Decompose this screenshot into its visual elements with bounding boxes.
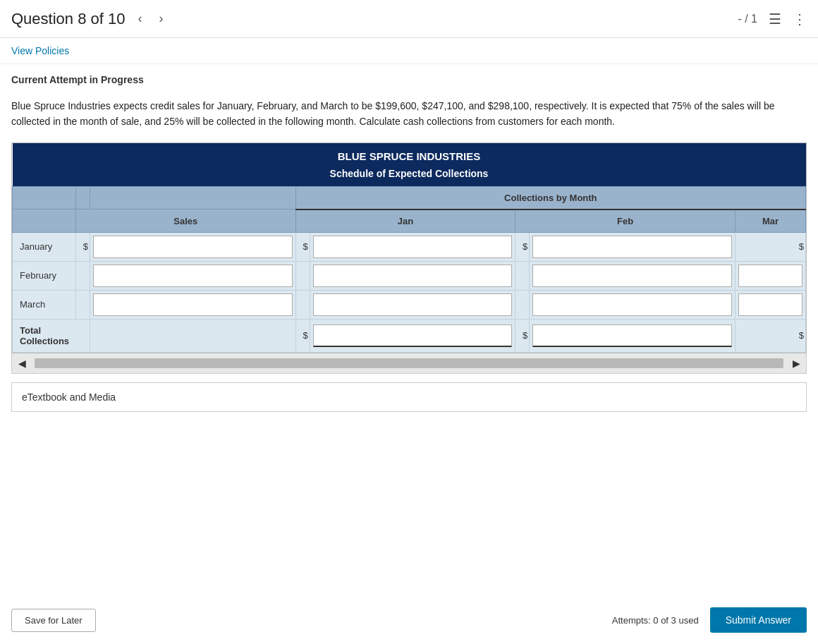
footer-right: Attempts: 0 of 3 used Submit Answer [612, 607, 807, 633]
empty-top-left-1 [13, 186, 76, 209]
row-label-march: March [13, 290, 76, 319]
collections-table: BLUE SPRUCE INDUSTRIES Schedule of Expec… [12, 143, 806, 353]
row-label-february: February [13, 261, 76, 290]
row-dollar-jan-mar: $ [735, 232, 806, 261]
input-total-feb[interactable] [532, 324, 732, 347]
input-mar-jan[interactable] [313, 293, 513, 316]
row-input-total-feb[interactable] [530, 319, 735, 352]
row-dollar-feb-feb [515, 261, 530, 290]
input-jan-feb[interactable] [532, 236, 732, 258]
scroll-left-arrow[interactable]: ◀ [12, 358, 32, 369]
row-input-jan-feb[interactable] [530, 232, 735, 261]
empty-top-left-2 [76, 186, 90, 209]
input-jan-jan[interactable] [313, 236, 513, 258]
next-arrow-button[interactable]: › [154, 8, 167, 29]
footer: Save for Later Attempts: 0 of 3 used Sub… [0, 596, 818, 644]
input-mar-mar[interactable] [738, 293, 802, 316]
row-label-january: January [13, 232, 76, 261]
input-feb-sales[interactable] [93, 265, 293, 287]
total-dollar-jan: $ [295, 319, 310, 352]
sales-col-header: Sales [76, 209, 296, 233]
row-input-mar-mar[interactable] [735, 290, 806, 319]
row-input-mar-feb[interactable] [530, 290, 735, 319]
input-feb-mar[interactable] [738, 265, 802, 287]
row-dollar-mar-feb [515, 290, 530, 319]
row-dollar-jan-feb: $ [515, 232, 530, 261]
row-input-mar-sales[interactable] [90, 290, 296, 319]
row-input-total-spacer [90, 319, 296, 352]
submit-answer-button[interactable]: Submit Answer [710, 607, 807, 633]
table-row-january: January $ $ $ $ [13, 232, 806, 261]
row-dollar-feb-jan [295, 261, 310, 290]
etextbook-label: eTextbook and Media [22, 391, 116, 403]
total-dollar-mar: $ [735, 319, 806, 352]
mar-col-header: Mar [735, 209, 806, 233]
row-input-mar-jan[interactable] [310, 290, 515, 319]
row-dollar-jan-sales: $ [76, 232, 90, 261]
view-policies-link[interactable]: View Policies [11, 45, 69, 56]
input-jan-sales[interactable] [93, 236, 293, 258]
view-policies-bar: View Policies [0, 38, 818, 64]
row-input-jan-sales[interactable] [90, 232, 296, 261]
table-row-february: February [13, 261, 806, 290]
table-row-march: March [13, 290, 806, 319]
row-input-feb-jan[interactable] [310, 261, 515, 290]
save-later-button[interactable]: Save for Later [11, 609, 96, 632]
row-dollar-jan-jan: $ [295, 232, 310, 261]
collections-header: Collections by Month [295, 186, 805, 209]
table-scroll[interactable]: BLUE SPRUCE INDUSTRIES Schedule of Expec… [12, 143, 806, 353]
header-left: Question 8 of 10 ‹ › [11, 8, 167, 29]
horizontal-scrollbar[interactable]: ◀ ▶ [11, 353, 807, 374]
empty-col1 [13, 209, 76, 233]
input-total-jan[interactable] [313, 324, 513, 347]
table-container: BLUE SPRUCE INDUSTRIES Schedule of Expec… [11, 142, 807, 353]
row-input-feb-mar[interactable] [735, 261, 806, 290]
question-text: Blue Spruce Industries expects credit sa… [0, 90, 818, 142]
scroll-right-arrow[interactable]: ▶ [786, 358, 806, 369]
row-input-feb-feb[interactable] [530, 261, 735, 290]
sales-header-spacer [90, 186, 296, 209]
table-schedule-title: Schedule of Expected Collections [13, 166, 806, 187]
input-mar-sales[interactable] [93, 293, 293, 316]
row-input-jan-jan[interactable] [310, 232, 515, 261]
list-icon[interactable]: ☰ [769, 11, 781, 28]
header-right: - / 1 ☰ ⋮ [738, 11, 807, 28]
row-dollar-mar-jan [295, 290, 310, 319]
table-row-total: Total Collections $ $ $ [13, 319, 806, 352]
row-input-total-jan[interactable] [310, 319, 515, 352]
attempt-label: Current Attempt in Progress [0, 64, 818, 90]
input-feb-feb[interactable] [532, 265, 732, 287]
row-dollar-feb-sales-spacer [76, 261, 90, 290]
total-dollar-feb: $ [515, 319, 530, 352]
row-dollar-mar-sales-spacer [76, 290, 90, 319]
total-label: Total Collections [13, 319, 90, 352]
scroll-track[interactable] [35, 358, 783, 368]
etextbook-bar: eTextbook and Media [11, 382, 807, 412]
input-feb-jan[interactable] [313, 265, 513, 287]
score-display: - / 1 [738, 13, 757, 25]
attempts-text: Attempts: 0 of 3 used [612, 615, 699, 626]
prev-arrow-button[interactable]: ‹ [133, 8, 146, 29]
header: Question 8 of 10 ‹ › - / 1 ☰ ⋮ [0, 0, 818, 38]
row-input-feb-sales[interactable] [90, 261, 296, 290]
input-mar-feb[interactable] [532, 293, 732, 316]
table-company-title: BLUE SPRUCE INDUSTRIES [13, 143, 806, 166]
jan-col-header: Jan [295, 209, 515, 233]
question-title: Question 8 of 10 [11, 10, 125, 28]
feb-col-header: Feb [515, 209, 735, 233]
more-options-icon[interactable]: ⋮ [793, 11, 807, 28]
